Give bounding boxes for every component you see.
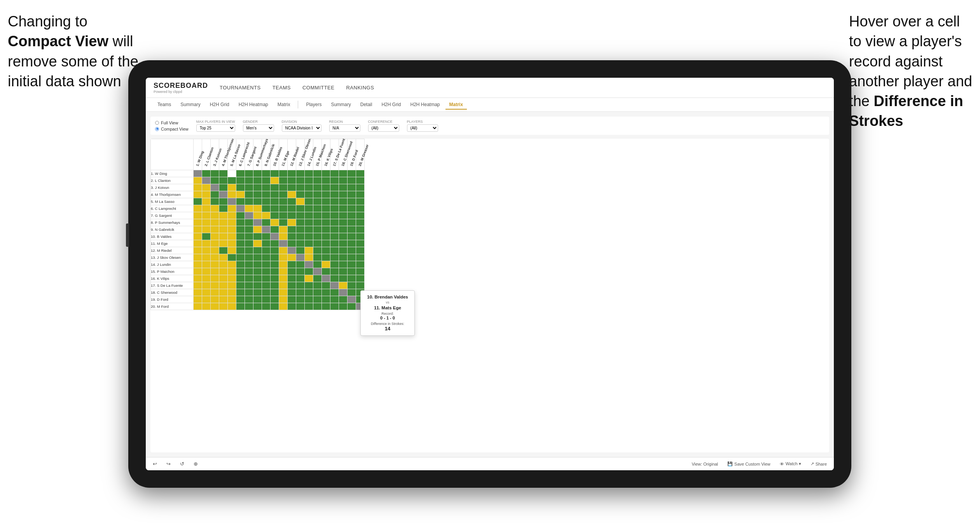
matrix-cell[interactable] — [219, 282, 228, 289]
matrix-cell[interactable] — [245, 240, 253, 247]
matrix-cell[interactable] — [348, 240, 356, 247]
matrix-cell[interactable] — [313, 226, 322, 233]
matrix-cell[interactable] — [339, 289, 348, 296]
matrix-cell[interactable] — [211, 226, 219, 233]
matrix-cell[interactable] — [330, 254, 339, 261]
matrix-cell[interactable] — [305, 219, 313, 226]
compact-view-radio[interactable] — [155, 127, 159, 131]
matrix-cell[interactable] — [219, 268, 228, 275]
matrix-cell[interactable] — [202, 268, 211, 275]
matrix-cell[interactable] — [356, 282, 365, 289]
matrix-cell[interactable] — [211, 282, 219, 289]
matrix-cell[interactable] — [219, 191, 228, 198]
matrix-cell[interactable] — [313, 289, 322, 296]
redo-button[interactable]: ↪ — [164, 460, 173, 468]
matrix-cell[interactable] — [279, 233, 288, 240]
matrix-cell[interactable] — [322, 247, 330, 254]
matrix-cell[interactable] — [253, 247, 262, 254]
matrix-cell[interactable] — [322, 191, 330, 198]
matrix-cell[interactable] — [348, 261, 356, 268]
matrix-cell[interactable] — [211, 289, 219, 296]
matrix-cell[interactable] — [253, 296, 262, 303]
matrix-cell[interactable] — [219, 303, 228, 310]
matrix-cell[interactable] — [322, 198, 330, 205]
matrix-cell[interactable] — [330, 289, 339, 296]
matrix-cell[interactable] — [219, 184, 228, 191]
matrix-cell[interactable] — [228, 289, 236, 296]
matrix-cell[interactable] — [348, 233, 356, 240]
matrix-cell[interactable] — [330, 303, 339, 310]
matrix-cell[interactable] — [194, 303, 202, 310]
matrix-cell[interactable] — [348, 303, 356, 310]
watch-button[interactable]: 👁 Watch ▾ — [777, 461, 804, 467]
matrix-cell[interactable] — [262, 296, 271, 303]
matrix-cell[interactable] — [288, 240, 296, 247]
matrix-cell[interactable] — [348, 219, 356, 226]
conference-select[interactable]: (All) — [368, 124, 399, 132]
zoom-button[interactable]: ⊕ — [191, 460, 200, 468]
matrix-cell[interactable] — [339, 205, 348, 212]
matrix-cell[interactable] — [322, 170, 330, 177]
matrix-cell[interactable] — [322, 226, 330, 233]
matrix-cell[interactable] — [322, 275, 330, 282]
matrix-cell[interactable] — [296, 219, 305, 226]
matrix-cell[interactable] — [271, 296, 279, 303]
matrix-cell[interactable] — [339, 240, 348, 247]
matrix-cell[interactable] — [322, 282, 330, 289]
matrix-cell[interactable] — [211, 296, 219, 303]
matrix-cell[interactable] — [245, 184, 253, 191]
matrix-cell[interactable] — [245, 233, 253, 240]
matrix-cell[interactable] — [202, 177, 211, 184]
matrix-cell[interactable] — [330, 170, 339, 177]
matrix-cell[interactable] — [271, 184, 279, 191]
matrix-cell[interactable] — [322, 177, 330, 184]
matrix-cell[interactable] — [245, 268, 253, 275]
tab-matrix-right[interactable]: Matrix — [445, 100, 467, 110]
matrix-cell[interactable] — [202, 198, 211, 205]
matrix-cell[interactable] — [253, 226, 262, 233]
matrix-cell[interactable] — [348, 289, 356, 296]
matrix-cell[interactable] — [245, 219, 253, 226]
tab-matrix-left[interactable]: Matrix — [274, 100, 294, 110]
matrix-cell[interactable] — [348, 170, 356, 177]
matrix-cell[interactable] — [262, 233, 271, 240]
tab-h2h-heatmap-right[interactable]: H2H Heatmap — [406, 100, 444, 110]
matrix-cell[interactable] — [253, 275, 262, 282]
matrix-cell[interactable] — [288, 170, 296, 177]
matrix-cell[interactable] — [279, 289, 288, 296]
matrix-cell[interactable] — [305, 268, 313, 275]
matrix-cell[interactable] — [330, 191, 339, 198]
matrix-cell[interactable] — [228, 198, 236, 205]
matrix-cell[interactable] — [305, 233, 313, 240]
nav-tournaments[interactable]: TOURNAMENTS — [220, 83, 261, 92]
matrix-cell[interactable] — [296, 177, 305, 184]
matrix-cell[interactable] — [339, 275, 348, 282]
matrix-cell[interactable] — [305, 282, 313, 289]
matrix-cell[interactable] — [305, 198, 313, 205]
matrix-cell[interactable] — [313, 240, 322, 247]
matrix-cell[interactable] — [202, 219, 211, 226]
matrix-cell[interactable] — [219, 261, 228, 268]
matrix-cell[interactable] — [279, 177, 288, 184]
matrix-cell[interactable] — [253, 282, 262, 289]
matrix-cell[interactable] — [245, 303, 253, 310]
matrix-cell[interactable] — [322, 240, 330, 247]
matrix-cell[interactable] — [330, 240, 339, 247]
matrix-cell[interactable] — [330, 233, 339, 240]
matrix-cell[interactable] — [236, 261, 245, 268]
matrix-cell[interactable] — [245, 198, 253, 205]
matrix-cell[interactable] — [339, 226, 348, 233]
matrix-cell[interactable] — [202, 212, 211, 219]
matrix-cell[interactable] — [202, 296, 211, 303]
tab-summary-left[interactable]: Summary — [176, 100, 204, 110]
matrix-cell[interactable] — [202, 254, 211, 261]
matrix-cell[interactable] — [236, 170, 245, 177]
matrix-cell[interactable] — [194, 275, 202, 282]
matrix-cell[interactable] — [356, 233, 365, 240]
nav-teams[interactable]: TEAMS — [273, 83, 291, 92]
matrix-cell[interactable] — [279, 170, 288, 177]
matrix-cell[interactable] — [202, 289, 211, 296]
matrix-cell[interactable] — [194, 268, 202, 275]
matrix-cell[interactable] — [313, 275, 322, 282]
matrix-cell[interactable] — [202, 303, 211, 310]
